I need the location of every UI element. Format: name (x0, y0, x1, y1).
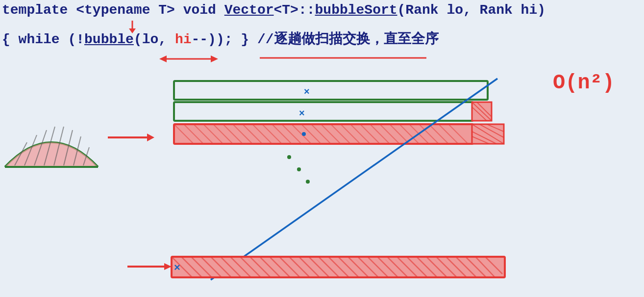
complexity-text: O(n²) (553, 71, 615, 95)
code-text-line2: { while (!bubble(lo, hi--)); } //逐趟做扫描交换… (2, 32, 439, 47)
code-line-2: { while (!bubble(lo, hi--)); } //逐趟做扫描交换… (2, 29, 439, 48)
code-text-line1: template <typename T> void Vector<T>::bu… (2, 2, 545, 18)
code-line-1: template <typename T> void Vector<T>::bu… (2, 2, 545, 18)
complexity-label: O(n²) (553, 71, 615, 95)
svg-marker-10 (147, 134, 154, 141)
arrow-right-1 (105, 130, 154, 145)
watermelon-drawing (0, 113, 103, 177)
